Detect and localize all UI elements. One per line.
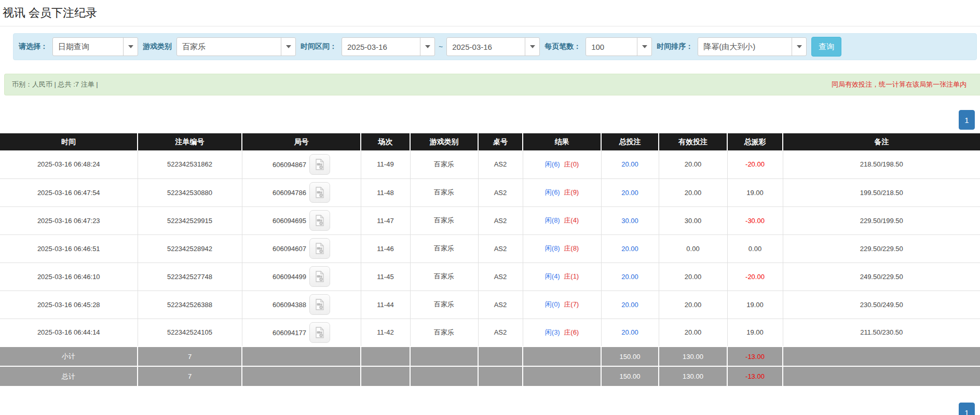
subtotal-label: 小计 <box>0 347 138 366</box>
query-type-label: 请选择： <box>19 42 48 51</box>
table-number: AS2 <box>494 217 507 225</box>
col-header-result: 结果 <box>523 133 601 150</box>
col-header-game-type: 游戏类别 <box>410 133 478 150</box>
date-to-select[interactable]: 2025-03-16 <box>446 37 540 56</box>
time-range-label: 时间区间： <box>301 42 337 51</box>
valid-bet: 0.00 <box>686 245 699 253</box>
date-to-value: 2025-03-16 <box>447 43 525 51</box>
range-tilde: ~ <box>439 43 443 51</box>
video-file-icon <box>314 158 326 171</box>
video-replay-button[interactable] <box>309 154 330 175</box>
page-size-select[interactable]: 100 <box>586 37 652 56</box>
search-button[interactable]: 查询 <box>811 37 841 57</box>
video-replay-button[interactable] <box>309 266 330 287</box>
grand-total-row: 总计 7 150.00 130.00 -13.00 <box>0 366 980 386</box>
bet-time: 2025-03-16 06:47:23 <box>37 217 100 225</box>
subtotal-valid-bet: 130.00 <box>659 347 727 366</box>
currency-total-text: 币别：人民币 | 总共 :7 注单 | <box>12 80 98 89</box>
session-number: 11-49 <box>377 160 393 168</box>
payout: -20.00 <box>745 160 765 168</box>
valid-bet: 20.00 <box>685 160 702 168</box>
chevron-down-icon <box>420 38 434 56</box>
video-replay-button[interactable] <box>309 322 330 343</box>
chevron-down-icon <box>281 38 295 56</box>
page-1-button[interactable]: 1 <box>959 403 975 415</box>
col-header-bet-id: 注单编号 <box>138 133 242 150</box>
round-id: 606094388 <box>273 301 306 309</box>
video-file-icon <box>314 186 326 199</box>
bet-time: 2025-03-16 06:46:51 <box>37 245 100 253</box>
result-player: 闲(4) <box>545 272 560 280</box>
time-sort-value: 降幂(由大到小) <box>698 42 792 52</box>
total-bet-link[interactable]: 20.00 <box>621 273 638 281</box>
remark: 199.50/218.50 <box>860 189 903 197</box>
subtotal-payout: -13.00 <box>727 347 783 366</box>
time-sort-select[interactable]: 降幂(由大到小) <box>698 37 807 56</box>
bet-time: 2025-03-16 06:47:54 <box>37 189 100 197</box>
valid-bet: 20.00 <box>685 273 702 281</box>
video-file-icon <box>314 270 326 283</box>
game-type: 百家乐 <box>434 160 454 168</box>
payout: -20.00 <box>745 273 765 281</box>
video-file-icon <box>314 298 326 311</box>
total-bet-link[interactable]: 20.00 <box>621 160 638 168</box>
table-number: AS2 <box>494 301 507 309</box>
remark: 230.50/249.50 <box>860 301 903 309</box>
total-bet-link[interactable]: 20.00 <box>621 328 638 336</box>
video-replay-button[interactable] <box>309 294 330 315</box>
time-sort-label: 时间排序： <box>657 42 693 51</box>
bet-time: 2025-03-16 06:46:10 <box>37 273 100 281</box>
bet-time: 2025-03-16 06:45:28 <box>37 301 100 309</box>
round-id: 606094786 <box>273 189 306 197</box>
video-file-icon <box>314 326 326 339</box>
session-number: 11-47 <box>377 217 393 225</box>
chevron-down-icon <box>792 38 806 56</box>
chevron-down-icon <box>123 38 138 56</box>
filter-bar: 请选择： 日期查询 游戏类别 百家乐 时间区间： 2025-03-16 ~ 20… <box>13 33 977 60</box>
result-player: 闲(6) <box>545 188 560 196</box>
result-banker: 庄(7) <box>564 300 579 308</box>
game-type-select[interactable]: 百家乐 <box>176 37 296 56</box>
currency-summary-bar: 币别：人民币 | 总共 :7 注单 | 同局有效投注，统一计算在该局第一张注单内 <box>4 74 980 95</box>
chevron-down-icon <box>525 38 539 56</box>
payout: 0.00 <box>748 245 761 253</box>
round-id: 606094177 <box>273 328 306 336</box>
total-bet-link[interactable]: 20.00 <box>621 245 638 253</box>
bet-time: 2025-03-16 06:44:14 <box>37 328 100 336</box>
valid-bet: 30.00 <box>685 217 702 225</box>
col-header-session: 场次 <box>361 133 410 150</box>
table-number: AS2 <box>494 273 507 281</box>
table-header-row: 时间 注单编号 局号 场次 游戏类别 桌号 结果 总投注 有效投注 总派彩 备注 <box>0 133 980 150</box>
round-id: 606094607 <box>273 245 306 253</box>
video-replay-button[interactable] <box>309 238 330 259</box>
query-type-select[interactable]: 日期查询 <box>52 37 138 56</box>
result-player: 闲(6) <box>545 160 560 168</box>
page-size-value: 100 <box>586 43 637 51</box>
subtotal-total-bet: 150.00 <box>601 347 659 366</box>
payout: 19.00 <box>746 189 764 197</box>
game-type: 百家乐 <box>434 272 454 280</box>
table-row: 2025-03-16 06:44:14 522342524105 6060941… <box>0 319 980 347</box>
total-bet-link[interactable]: 20.00 <box>621 301 638 309</box>
col-header-valid-bet: 有效投注 <box>659 133 727 150</box>
date-from-select[interactable]: 2025-03-16 <box>342 37 435 56</box>
bet-id: 522342527748 <box>167 273 212 281</box>
col-header-table-no: 桌号 <box>478 133 523 150</box>
session-number: 11-48 <box>377 189 393 197</box>
video-replay-button[interactable] <box>309 182 330 203</box>
bet-records-table: 时间 注单编号 局号 场次 游戏类别 桌号 结果 总投注 有效投注 总派彩 备注… <box>0 133 980 386</box>
table-number: AS2 <box>494 189 507 197</box>
result-banker: 庄(8) <box>564 244 579 252</box>
subtotal-count: 7 <box>138 347 242 366</box>
result-banker: 庄(6) <box>564 328 579 336</box>
remark: 218.50/198.50 <box>860 160 903 168</box>
total-bet-link[interactable]: 20.00 <box>621 189 638 197</box>
col-header-remark: 备注 <box>783 133 980 150</box>
table-row: 2025-03-16 06:48:24 522342531862 6060948… <box>0 150 980 178</box>
bet-id: 522342524105 <box>167 328 212 336</box>
game-type: 百家乐 <box>434 244 454 252</box>
table-row: 2025-03-16 06:47:23 522342529915 6060946… <box>0 206 980 234</box>
total-bet-link[interactable]: 30.00 <box>621 217 638 225</box>
page-1-button[interactable]: 1 <box>959 110 975 130</box>
video-replay-button[interactable] <box>309 210 330 231</box>
